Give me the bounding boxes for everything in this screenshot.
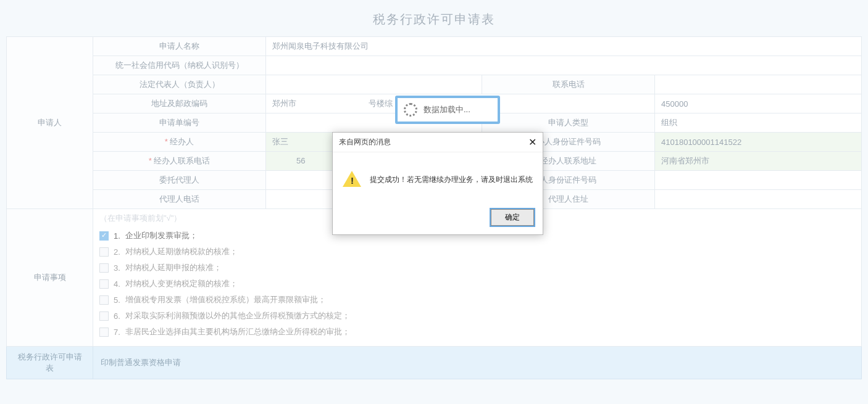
loading-text: 数据加载中... — [424, 104, 470, 115]
warning-icon: ! — [343, 171, 361, 188]
dialog-header: 来自网页的消息 ✕ — [333, 133, 543, 152]
dialog-message: 提交成功！若无需继续办理业务，请及时退出系统 — [370, 175, 533, 185]
loading-toast: 数据加载中... — [395, 96, 500, 124]
close-icon[interactable]: ✕ — [528, 136, 536, 148]
spinner-icon — [404, 103, 417, 117]
dialog-title: 来自网页的消息 — [339, 137, 391, 147]
message-dialog: 来自网页的消息 ✕ ! 提交成功！若无需继续办理业务，请及时退出系统 确定 — [332, 132, 543, 235]
ok-button[interactable]: 确定 — [491, 209, 534, 226]
